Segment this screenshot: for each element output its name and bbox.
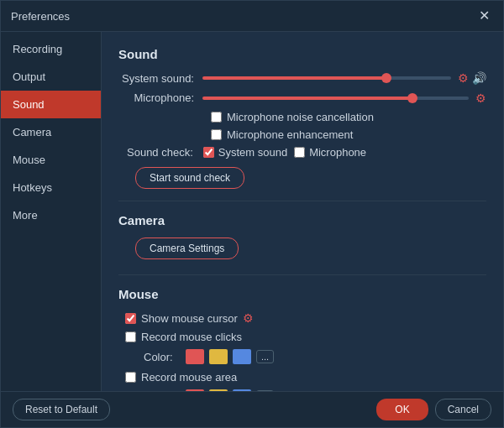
microphone-slider[interactable] — [202, 97, 469, 100]
system-sound-icons: ⚙ 🔊 — [458, 71, 486, 85]
enhancement-label: Microphone enhancement — [227, 128, 353, 141]
system-sound-slider[interactable] — [202, 76, 451, 80]
close-button[interactable]: ✕ — [475, 8, 493, 24]
color-swatch-yellow-1[interactable] — [209, 349, 228, 364]
microphone-check-option: Microphone — [294, 146, 366, 159]
system-sound-row: System sound: ⚙ 🔊 — [118, 71, 486, 85]
show-cursor-checkbox[interactable] — [125, 313, 136, 324]
show-cursor-label: Show mouse cursor — [141, 312, 238, 325]
mouse-section-title: Mouse — [118, 287, 486, 301]
color-label-1: Color: — [144, 351, 177, 363]
record-area-label: Record mouse area — [141, 371, 237, 384]
sidebar-item-more[interactable]: More — [1, 201, 101, 229]
enhancement-checkbox[interactable] — [211, 129, 222, 140]
microphone-check-checkbox[interactable] — [294, 147, 305, 158]
microphone-icons: ⚙ — [475, 92, 486, 104]
ok-button[interactable]: OK — [376, 399, 428, 420]
divider-mouse — [118, 274, 486, 275]
record-area-row: Record mouse area — [118, 371, 486, 384]
title-bar: Preferences ✕ — [1, 1, 503, 32]
sound-check-row: Sound check: System sound Microphone — [118, 146, 486, 159]
record-area-checkbox[interactable] — [125, 372, 136, 383]
sound-section-title: Sound — [118, 47, 486, 61]
footer-right: OK Cancel — [376, 399, 491, 420]
sidebar-item-mouse[interactable]: Mouse — [1, 146, 101, 174]
system-sound-slider-wrap — [202, 76, 451, 80]
speaker-icon: 🔊 — [472, 71, 486, 85]
divider-camera — [118, 201, 486, 201]
system-sound-label: System sound: — [118, 72, 202, 85]
sidebar-item-output[interactable]: Output — [1, 63, 101, 91]
microphone-label: Microphone: — [118, 91, 202, 104]
color-swatch-blue-1[interactable] — [233, 349, 251, 364]
color-swatch-red-1[interactable] — [186, 349, 204, 364]
preferences-window: Preferences ✕ Recording Output Sound Cam… — [0, 0, 504, 428]
footer: Reset to Default OK Cancel — [1, 391, 503, 427]
color-row-1: Color: ... — [118, 349, 486, 364]
content-area: Sound System sound: ⚙ 🔊 Microphone: — [102, 32, 503, 391]
sidebar-item-hotkeys[interactable]: Hotkeys — [1, 174, 101, 201]
window-title: Preferences — [11, 10, 70, 23]
start-check-container: Start sound check — [118, 167, 486, 189]
sidebar: Recording Output Sound Camera Mouse Hotk… — [1, 32, 102, 391]
show-cursor-row: Show mouse cursor ⚙ — [118, 311, 486, 325]
microphone-check-label: Microphone — [309, 146, 366, 159]
microphone-slider-wrap — [202, 97, 469, 100]
system-sound-check-label: System sound — [218, 146, 287, 159]
record-clicks-checkbox[interactable] — [125, 331, 136, 342]
system-sound-check-option: System sound — [203, 146, 287, 159]
noise-cancellation-label: Microphone noise cancellation — [227, 111, 374, 123]
sound-check-label: Sound check: — [127, 146, 193, 159]
camera-settings-button[interactable]: Camera Settings — [135, 237, 239, 259]
microphone-gear-button[interactable]: ⚙ — [475, 92, 486, 104]
microphone-row: Microphone: ⚙ — [118, 91, 486, 104]
reset-button[interactable]: Reset to Default — [13, 399, 110, 420]
enhancement-row: Microphone enhancement — [118, 128, 486, 141]
system-sound-check-checkbox[interactable] — [203, 147, 214, 158]
sidebar-item-recording[interactable]: Recording — [1, 35, 101, 63]
sidebar-item-camera[interactable]: Camera — [1, 118, 101, 146]
more-colors-button-1[interactable]: ... — [256, 350, 274, 363]
record-clicks-label: Record mouse clicks — [141, 331, 242, 343]
main-content: Recording Output Sound Camera Mouse Hotk… — [1, 32, 503, 391]
cancel-button[interactable]: Cancel — [435, 399, 491, 420]
sidebar-item-sound[interactable]: Sound — [1, 91, 101, 118]
record-clicks-row: Record mouse clicks — [118, 331, 486, 343]
start-sound-check-button[interactable]: Start sound check — [135, 167, 244, 189]
system-sound-gear-button[interactable]: ⚙ — [458, 72, 469, 84]
noise-cancellation-row: Microphone noise cancellation — [118, 111, 486, 123]
camera-btn-container: Camera Settings — [118, 237, 486, 263]
noise-cancellation-checkbox[interactable] — [211, 112, 222, 123]
cursor-gear-icon[interactable]: ⚙ — [243, 311, 254, 325]
camera-section-title: Camera — [118, 213, 486, 227]
